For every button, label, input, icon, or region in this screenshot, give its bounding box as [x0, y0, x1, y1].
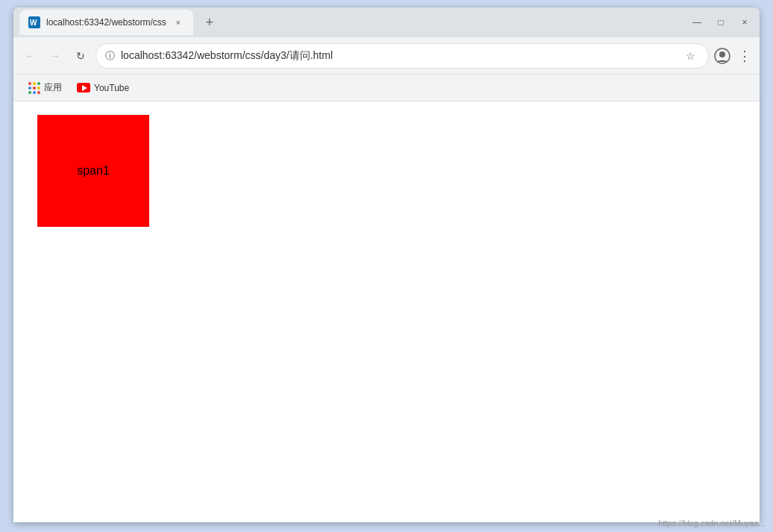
youtube-play-triangle: [82, 85, 87, 91]
web-content: span1: [13, 101, 760, 522]
tab-favicon: W: [28, 16, 40, 28]
minimize-button[interactable]: —: [688, 13, 706, 31]
profile-button[interactable]: [713, 47, 731, 65]
browser-tab[interactable]: W localhost:63342/webstorm/css ×: [19, 10, 193, 35]
apps-grid-icon: [28, 82, 40, 94]
apps-dot: [28, 91, 31, 94]
youtube-label: YouTube: [94, 83, 129, 93]
security-icon: ⓘ: [105, 49, 115, 63]
reload-button[interactable]: ↻: [70, 46, 91, 66]
youtube-icon: [77, 83, 90, 93]
title-bar: W localhost:63342/webstorm/css × + — □ ×: [13, 7, 760, 37]
status-hint: https://blog.csdn.net/Muyaa...: [658, 519, 766, 528]
tab-close-button[interactable]: ×: [172, 16, 184, 28]
apps-dot: [33, 82, 36, 85]
back-button[interactable]: ←: [19, 46, 40, 66]
close-button[interactable]: ×: [736, 13, 754, 31]
bookmarks-bar: 应用 YouTube: [13, 75, 760, 101]
apps-dot: [28, 87, 31, 90]
span1-box: span1: [37, 115, 149, 227]
tab-title: localhost:63342/webstorm/css: [46, 17, 166, 28]
svg-point-3: [719, 51, 725, 57]
apps-dot: [37, 91, 40, 94]
browser-window: W localhost:63342/webstorm/css × + — □ ×…: [13, 7, 760, 522]
apps-dot: [33, 91, 36, 94]
address-input[interactable]: [121, 50, 675, 62]
youtube-bookmark[interactable]: YouTube: [71, 80, 135, 96]
apps-label: 应用: [44, 81, 62, 94]
svg-text:W: W: [30, 19, 37, 27]
address-right-icons: ☆: [681, 47, 699, 65]
forward-button[interactable]: →: [45, 46, 66, 66]
menu-button[interactable]: ⋮: [736, 47, 754, 65]
span1-text: span1: [77, 164, 110, 178]
apps-dot: [33, 87, 36, 90]
maximize-button[interactable]: □: [712, 13, 730, 31]
apps-dot: [37, 82, 40, 85]
address-bar[interactable]: ⓘ ☆: [96, 43, 709, 69]
apps-dot: [37, 87, 40, 90]
apps-dot: [28, 82, 31, 85]
new-tab-button[interactable]: +: [199, 12, 220, 33]
window-controls: — □ ×: [688, 13, 754, 31]
apps-bookmark[interactable]: 应用: [22, 78, 68, 97]
navigation-bar: ← → ↻ ⓘ ☆ ⋮: [13, 37, 760, 75]
bookmark-star-button[interactable]: ☆: [681, 47, 699, 65]
